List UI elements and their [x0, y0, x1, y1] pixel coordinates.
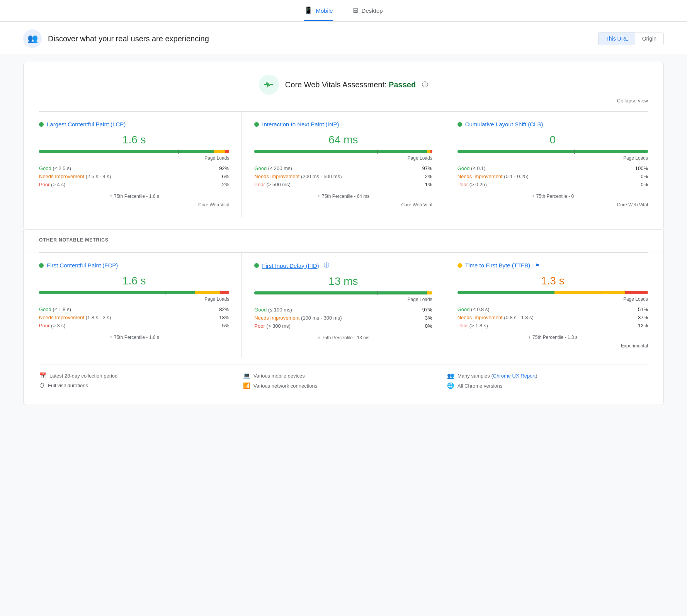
- metric-row-pct-fid-1: 3%: [425, 315, 432, 321]
- other-metrics-label: OTHER NOTABLE METRICS: [39, 237, 648, 243]
- footer-text: Various mobile devices: [253, 373, 305, 379]
- percentile-fid: ♀ 75th Percentile - 13 ms: [254, 335, 432, 340]
- other-metrics-section: OTHER NOTABLE METRICS: [23, 230, 664, 252]
- tab-mobile[interactable]: 📱 Mobile: [304, 6, 333, 21]
- page-loads-ttfb: Page Loads: [457, 296, 648, 302]
- tab-bar: 📱 Mobile 🖥 Desktop: [0, 0, 687, 22]
- metric-row-pct-lcp-1: 6%: [222, 174, 230, 179]
- footer-text: Many samples (Chrome UX Report): [457, 373, 537, 379]
- metric-row-pct-lcp-0: 92%: [219, 165, 229, 171]
- header-bar: 👥 Discover what your real users are expe…: [0, 22, 687, 54]
- metric-title-cls[interactable]: Cumulative Layout Shift (CLS): [465, 121, 543, 128]
- collapse-link[interactable]: Collapse view: [39, 98, 648, 104]
- metric-row-fid-1: Needs Improvement (100 ms - 300 ms)3%: [254, 315, 432, 321]
- footer-text: Various network connections: [253, 383, 317, 389]
- metric-row-ttfb-1: Needs Improvement (0.8 s - 1.8 s)37%: [457, 315, 648, 320]
- metric-row-label-inp-2: Poor (> 500 ms): [254, 182, 291, 187]
- desktop-icon: 🖥: [352, 7, 359, 15]
- metric-row-pct-fcp-1: 13%: [219, 315, 229, 320]
- metric-value-ttfb: 1.3 s: [457, 275, 648, 287]
- metric-rows-fcp: Good (≤ 1.8 s)82%Needs Improvement (1.8 …: [39, 306, 229, 328]
- assessment-card: Core Web Vitals Assessment: Passed ⓘ Col…: [23, 62, 664, 230]
- vitals-icon: [259, 75, 279, 95]
- svg-point-0: [272, 84, 273, 85]
- external-icon-ttfb[interactable]: ⚑: [535, 262, 540, 269]
- metric-row-pct-fcp-2: 5%: [222, 323, 230, 328]
- footer-item: 🌐All Chrome versions: [447, 382, 648, 389]
- cwv-link-cls[interactable]: Core Web Vital: [457, 202, 648, 208]
- progress-bar-fcp: ⋮: [39, 291, 229, 294]
- metric-title-ttfb[interactable]: Time to First Byte (TTFB): [465, 262, 531, 269]
- metric-row-pct-fid-0: 97%: [422, 307, 432, 313]
- progress-bar-lcp: ⋮: [39, 150, 229, 153]
- metric-row-cls-0: Good (≤ 0.1)100%: [457, 165, 648, 171]
- page-loads-fcp: Page Loads: [39, 296, 229, 302]
- metric-col-lcp: Largest Contentful Paint (LCP)1.6 s⋮Page…: [39, 112, 242, 217]
- metric-title-row-cls: Cumulative Layout Shift (CLS): [457, 121, 648, 128]
- metric-row-label-inp-0: Good (≤ 200 ms): [254, 165, 292, 171]
- metric-title-inp[interactable]: Interaction to Next Paint (INP): [262, 121, 339, 128]
- page-loads-lcp: Page Loads: [39, 155, 229, 161]
- page-loads-fid: Page Loads: [254, 297, 432, 302]
- metric-row-pct-inp-1: 2%: [425, 174, 432, 179]
- metric-title-fid[interactable]: First Input Delay (FID): [262, 262, 319, 269]
- progress-marker-cls: ⋮: [572, 148, 577, 154]
- footer-icon: 💻: [243, 372, 250, 379]
- cwv-link-lcp[interactable]: Core Web Vital: [39, 202, 229, 208]
- metric-title-row-ttfb: Time to First Byte (TTFB)⚑: [457, 262, 648, 269]
- assessment-title: Core Web Vitals Assessment: Passed: [285, 80, 416, 89]
- metric-rows-cls: Good (≤ 0.1)100%Needs Improvement (0.1 -…: [457, 165, 648, 187]
- assessment-status: Passed: [389, 80, 416, 89]
- metric-rows-inp: Good (≤ 200 ms)97%Needs Improvement (200…: [254, 165, 432, 187]
- tab-desktop[interactable]: 🖥 Desktop: [352, 7, 383, 21]
- cwv-link-inp[interactable]: Core Web Vital: [254, 202, 432, 208]
- metric-row-label-fid-0: Good (≤ 100 ms): [254, 307, 292, 313]
- metric-row-label-fcp-0: Good (≤ 1.8 s): [39, 306, 71, 312]
- avatar: 👥: [23, 29, 42, 48]
- core-metrics-grid: Largest Contentful Paint (LCP)1.6 s⋮Page…: [39, 111, 648, 217]
- metric-rows-lcp: Good (≤ 2.5 s)92%Needs Improvement (2.5 …: [39, 165, 229, 187]
- chrome-ux-report-link[interactable]: Chrome UX Report: [493, 373, 536, 379]
- metric-row-inp-0: Good (≤ 200 ms)97%: [254, 165, 432, 171]
- metric-row-ttfb-0: Good (≤ 0.8 s)51%: [457, 306, 648, 312]
- progress-marker-inp: ⋮: [375, 148, 380, 154]
- info-icon-fid[interactable]: ⓘ: [324, 262, 329, 269]
- footer: 📅Latest 28-day collection period⏱Full vi…: [39, 364, 648, 395]
- metric-title-row-fcp: First Contentful Paint (FCP): [39, 262, 229, 269]
- metric-row-pct-ttfb-1: 37%: [638, 315, 648, 320]
- status-dot-cls: [457, 122, 462, 127]
- metric-value-fcp: 1.6 s: [39, 275, 229, 287]
- status-dot-lcp: [39, 122, 44, 127]
- metric-value-fid: 13 ms: [254, 275, 432, 288]
- metric-title-lcp[interactable]: Largest Contentful Paint (LCP): [47, 121, 126, 128]
- page-loads-cls: Page Loads: [457, 155, 648, 161]
- metric-row-label-inp-1: Needs Improvement (200 ms - 500 ms): [254, 174, 342, 179]
- progress-bar-fid: ⋮: [254, 291, 432, 294]
- this-url-button[interactable]: This URL: [599, 32, 635, 45]
- metric-col-cls: Cumulative Layout Shift (CLS)0⋮Page Load…: [445, 112, 648, 217]
- metric-row-label-cls-0: Good (≤ 0.1): [457, 165, 486, 171]
- metric-row-label-ttfb-0: Good (≤ 0.8 s): [457, 306, 490, 312]
- metric-row-pct-ttfb-2: 12%: [638, 323, 648, 328]
- progress-marker-ttfb: ⋮: [599, 289, 604, 295]
- metric-title-fcp[interactable]: First Contentful Paint (FCP): [47, 262, 118, 269]
- other-metrics-grid: First Contentful Paint (FCP)1.6 s⋮Page L…: [39, 252, 648, 358]
- origin-button[interactable]: Origin: [635, 32, 663, 45]
- metric-row-fid-2: Poor (> 300 ms)0%: [254, 323, 432, 329]
- percentile-lcp: ♀ 75th Percentile - 1.6 s: [39, 194, 229, 199]
- status-dot-fcp: [39, 263, 44, 268]
- assessment-info-icon[interactable]: ⓘ: [422, 81, 428, 89]
- percentile-inp: ♀ 75th Percentile - 64 ms: [254, 194, 432, 199]
- metric-row-lcp-0: Good (≤ 2.5 s)92%: [39, 165, 229, 171]
- assessment-header: Core Web Vitals Assessment: Passed ⓘ: [39, 75, 648, 95]
- metric-row-pct-lcp-2: 2%: [222, 182, 230, 187]
- footer-icon: 📶: [243, 382, 250, 389]
- metric-row-label-lcp-2: Poor (> 4 s): [39, 182, 65, 187]
- progress-bar-ttfb: ⋮: [457, 291, 648, 294]
- metric-row-pct-fcp-0: 82%: [219, 306, 229, 312]
- metric-title-row-lcp: Largest Contentful Paint (LCP): [39, 121, 229, 128]
- footer-col2: 💻Various mobile devices📶Various network …: [243, 372, 444, 392]
- footer-col3: 👥Many samples (Chrome UX Report)🌐All Chr…: [447, 372, 648, 392]
- footer-text: Latest 28-day collection period: [49, 373, 117, 379]
- mobile-icon: 📱: [304, 6, 313, 15]
